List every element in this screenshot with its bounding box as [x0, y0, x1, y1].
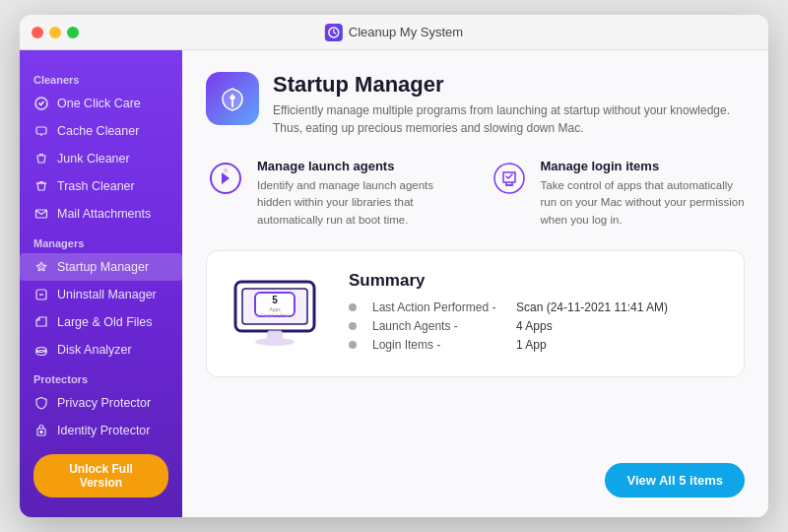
- feature-card-login-items: Manage login items Take control of apps …: [490, 159, 746, 229]
- sidebar-item-large-old-files[interactable]: Large & Old Files: [20, 308, 182, 336]
- page-header: Startup Manager Efficiently manage multi…: [206, 72, 745, 137]
- close-button[interactable]: [32, 27, 43, 38]
- mail-attachments-icon: [33, 206, 49, 222]
- summary-row-3: Login Items - 1 App: [349, 338, 668, 352]
- sidebar-item-junk-cleaner[interactable]: Junk Cleaner: [20, 145, 182, 172]
- summary-row-2: Launch Agents - 4 Apps: [349, 319, 668, 333]
- sidebar-item-label: Uninstall Manager: [57, 288, 157, 301]
- sidebar-item-disk-analyzer[interactable]: Disk Analyzer: [20, 336, 182, 364]
- bottom-actions: View All 5 items: [206, 451, 745, 498]
- svg-text:Apps: Apps: [269, 306, 281, 312]
- svg-rect-2: [36, 127, 46, 134]
- summary-val-2: 4 Apps: [516, 319, 553, 333]
- launch-agents-title: Manage launch agents: [257, 159, 462, 173]
- trash-cleaner-icon: [33, 178, 49, 194]
- minimize-button[interactable]: [49, 27, 61, 38]
- sidebar-item-trash-cleaner[interactable]: Trash Cleaner: [20, 172, 182, 200]
- summary-val-3: 1 App: [516, 338, 547, 352]
- titlebar-center: Cleanup My System: [325, 24, 463, 41]
- dot-3: [349, 341, 357, 349]
- summary-card: 5 Apps Found In Total Summary Last Acti: [206, 250, 745, 377]
- page-description: Efficiently manage multiple programs fro…: [273, 101, 745, 137]
- dot-2: [349, 322, 357, 330]
- dot-1: [349, 303, 357, 311]
- svg-text:Found In Total: Found In Total: [261, 313, 289, 318]
- sidebar-item-label: Mail Attachments: [57, 207, 151, 221]
- sidebar-item-label: Junk Cleaner: [57, 152, 130, 166]
- login-items-title: Manage login items: [541, 159, 746, 173]
- sidebar-item-label: Identity Protector: [57, 424, 151, 437]
- sidebar-item-cache-cleaner[interactable]: Cache Cleaner: [20, 117, 182, 145]
- maximize-button[interactable]: [67, 27, 79, 38]
- startup-manager-feature-icon: [206, 72, 259, 125]
- protectors-section-label: Protectors: [20, 364, 182, 389]
- sidebar: Cleaners One Click Care Cache Cleaner Ju…: [20, 50, 182, 517]
- large-old-files-icon: [33, 314, 49, 330]
- unlock-full-version-button[interactable]: Unlock Full Version: [33, 454, 168, 498]
- uninstall-manager-icon: [33, 287, 49, 302]
- summary-key-3: Login Items -: [372, 338, 500, 352]
- svg-point-17: [40, 432, 42, 433]
- feature-card-launch-agents: Manage launch agents Identify and manage…: [206, 159, 462, 229]
- cache-cleaner-icon: [33, 123, 49, 139]
- svg-text:5: 5: [272, 295, 278, 305]
- sidebar-item-uninstall-manager[interactable]: Uninstall Manager: [20, 281, 182, 308]
- svg-rect-28: [268, 331, 282, 339]
- summary-data: Summary Last Action Performed - Scan (24…: [349, 271, 668, 357]
- one-click-care-icon: [33, 96, 49, 111]
- login-items-text: Manage login items Take control of apps …: [541, 159, 746, 229]
- launch-agents-desc: Identify and manage launch agents hidden…: [257, 177, 462, 229]
- summary-val-1: Scan (24-11-2021 11:41 AM): [516, 300, 668, 314]
- monitor-svg: 5 Apps Found In Total: [230, 277, 319, 351]
- page-title: Startup Manager: [273, 72, 745, 98]
- sidebar-item-label: Large & Old Files: [57, 315, 153, 329]
- login-items-desc: Take control of apps that automatically …: [541, 177, 746, 229]
- identity-protector-icon: [33, 423, 49, 438]
- sidebar-item-label: One Click Care: [57, 97, 141, 110]
- svg-point-29: [255, 338, 295, 346]
- summary-key-2: Launch Agents -: [372, 319, 500, 333]
- disk-analyzer-icon: [33, 342, 49, 358]
- sidebar-item-label: Cache Cleaner: [57, 124, 139, 138]
- summary-key-1: Last Action Performed -: [372, 300, 500, 314]
- traffic-lights: [32, 27, 79, 38]
- titlebar: Cleanup My System: [20, 15, 768, 50]
- sidebar-item-privacy-protector[interactable]: Privacy Protector: [20, 389, 182, 417]
- summary-visual: 5 Apps Found In Total: [230, 277, 319, 351]
- managers-section-label: Managers: [20, 228, 182, 253]
- sidebar-item-label: Startup Manager: [57, 260, 149, 274]
- sidebar-item-label: Trash Cleaner: [57, 179, 135, 193]
- summary-title: Summary: [349, 271, 668, 291]
- main-window: Cleanup My System Cleaners One Click Car…: [20, 15, 768, 517]
- sidebar-item-label: Disk Analyzer: [57, 343, 132, 357]
- app-body: Cleaners One Click Care Cache Cleaner Ju…: [20, 50, 768, 517]
- svg-point-19: [224, 168, 229, 173]
- sidebar-item-one-click-care[interactable]: One Click Care: [20, 90, 182, 117]
- sidebar-item-identity-protector[interactable]: Identity Protector: [20, 417, 182, 444]
- summary-row-1: Last Action Performed - Scan (24-11-2021…: [349, 300, 668, 314]
- login-items-icon: [490, 159, 529, 198]
- cleaners-section-label: Cleaners: [20, 64, 182, 90]
- main-panel: Startup Manager Efficiently manage multi…: [182, 50, 768, 517]
- sidebar-item-mail-attachments[interactable]: Mail Attachments: [20, 200, 182, 228]
- sidebar-item-startup-manager[interactable]: Startup Manager: [20, 253, 182, 281]
- sidebar-bottom: Unlock Full Version: [20, 444, 182, 507]
- page-header-text: Startup Manager Efficiently manage multi…: [273, 72, 745, 137]
- feature-cards: Manage launch agents Identify and manage…: [206, 159, 745, 229]
- startup-manager-icon: [33, 259, 49, 275]
- junk-cleaner-icon: [33, 151, 49, 166]
- launch-agents-text: Manage launch agents Identify and manage…: [257, 159, 462, 229]
- launch-agents-icon: [206, 159, 245, 198]
- app-title: Cleanup My System: [349, 25, 463, 39]
- sidebar-item-label: Privacy Protector: [57, 396, 151, 410]
- privacy-protector-icon: [33, 395, 49, 411]
- app-icon: [325, 24, 343, 41]
- view-all-button[interactable]: View All 5 items: [605, 463, 745, 498]
